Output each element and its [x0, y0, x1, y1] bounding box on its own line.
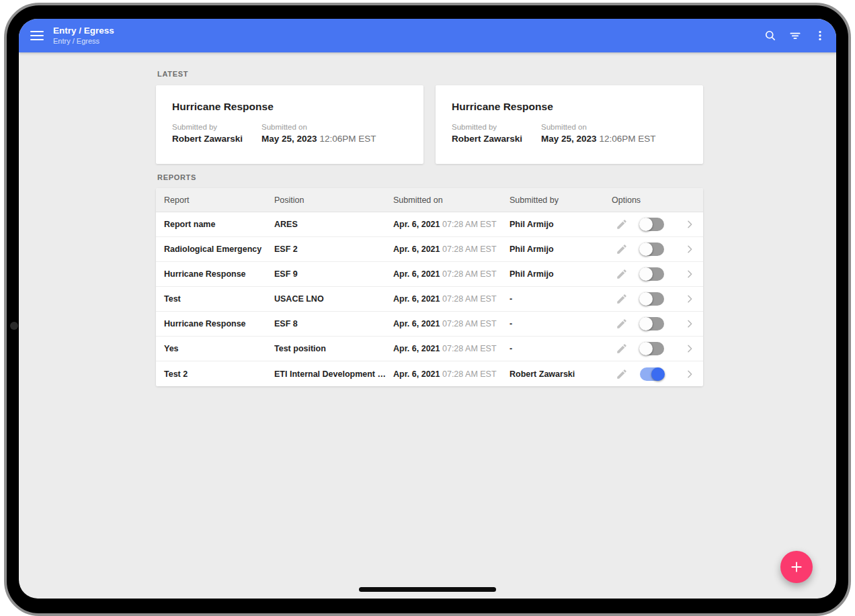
report-cell: Radiological Emergency	[156, 245, 274, 254]
report-cell: Test 2	[156, 369, 274, 379]
submitted-on-cell: Apr. 6, 2021 07:28 AM EST	[393, 294, 510, 304]
front-camera	[10, 322, 18, 330]
card-title: Hurricane Response	[172, 101, 407, 113]
toggle-knob	[639, 317, 653, 331]
position-cell: Test position	[274, 344, 393, 353]
edit-icon[interactable]	[616, 243, 628, 255]
page-title: Entry / Egress	[53, 26, 114, 36]
latest-section-label: LATEST	[157, 70, 703, 78]
app-bar-actions	[762, 28, 828, 44]
submitted-on-cell: Apr. 6, 2021 07:28 AM EST	[393, 344, 510, 353]
submitted-on-cell: Apr. 6, 2021 07:28 AM EST	[393, 319, 510, 328]
app-bar: Entry / Egress Entry / Egress	[19, 19, 836, 52]
table-row[interactable]: Yes Test position Apr. 6, 2021 07:28 AM …	[156, 337, 703, 361]
search-icon[interactable]	[762, 28, 778, 44]
submitted-on-cell: Apr. 6, 2021 07:28 AM EST	[393, 269, 510, 279]
reports-table: Report Position Submitted on Submitted b…	[156, 188, 703, 386]
submitted-by-cell: Phil Armijo	[510, 220, 612, 229]
header-submitted-on: Submitted on	[393, 195, 510, 205]
table-row[interactable]: Hurricane Response ESF 9 Apr. 6, 2021 07…	[156, 262, 703, 287]
submitted-by-cell: Phil Armijo	[510, 245, 612, 254]
table-header-row: Report Position Submitted on Submitted b…	[156, 188, 703, 212]
submitted-on-label: Submitted on	[541, 123, 655, 131]
submitted-by-label: Submitted by	[172, 123, 243, 131]
report-cell: Yes	[156, 344, 274, 353]
submitted-by-field: Submitted by Robert Zawarski	[452, 123, 522, 144]
submitted-on-cell: Apr. 6, 2021 07:28 AM EST	[393, 369, 510, 379]
report-cell: Hurricane Response	[156, 319, 274, 328]
report-cell: Test	[156, 294, 274, 304]
latest-card[interactable]: Hurricane Response Submitted by Robert Z…	[156, 85, 423, 164]
main-content: LATEST Hurricane Response Submitted by R…	[156, 52, 703, 386]
edit-icon[interactable]	[616, 368, 628, 380]
reports-section-label: REPORTS	[157, 173, 703, 181]
toggle-switch[interactable]	[640, 317, 664, 331]
toggle-switch[interactable]	[640, 267, 664, 281]
chevron-right-icon[interactable]	[684, 269, 695, 279]
toggle-switch[interactable]	[640, 218, 664, 231]
submitted-by-cell: -	[510, 294, 612, 304]
edit-icon[interactable]	[616, 293, 628, 305]
toggle-knob	[639, 243, 653, 256]
plus-icon	[790, 560, 803, 574]
table-body: Report name ARES Apr. 6, 2021 07:28 AM E…	[156, 212, 703, 386]
chevron-right-icon[interactable]	[684, 343, 695, 354]
options-cell	[612, 243, 703, 256]
more-vert-icon[interactable]	[812, 28, 828, 44]
options-cell	[612, 292, 703, 306]
chevron-right-icon[interactable]	[684, 244, 695, 255]
table-row[interactable]: Test USACE LNO Apr. 6, 2021 07:28 AM EST…	[156, 287, 703, 312]
toggle-switch[interactable]	[640, 292, 664, 306]
table-row[interactable]: Hurricane Response ESF 8 Apr. 6, 2021 07…	[156, 312, 703, 337]
position-cell: USACE LNO	[274, 294, 393, 304]
submitted-on-field: Submitted on May 25, 2023 12:06PM EST	[541, 123, 655, 144]
edit-icon[interactable]	[616, 268, 628, 280]
submitted-by-value: Robert Zawarski	[452, 134, 522, 144]
options-cell	[612, 317, 703, 331]
edit-icon[interactable]	[616, 343, 628, 355]
toggle-switch[interactable]	[640, 342, 664, 355]
submitted-by-label: Submitted by	[452, 123, 522, 131]
position-cell: ARES	[274, 220, 393, 229]
app-screen: Entry / Egress Entry / Egress	[19, 19, 836, 599]
submitted-by-cell: Robert Zawarski	[510, 369, 612, 379]
submitted-on-label: Submitted on	[261, 123, 376, 131]
table-row[interactable]: Test 2 ETI Internal Development P... Apr…	[156, 361, 703, 386]
home-indicator[interactable]	[359, 587, 496, 592]
header-options: Options	[612, 195, 703, 205]
submitted-by-value: Robert Zawarski	[172, 134, 243, 144]
header-submitted-by: Submitted by	[510, 195, 612, 205]
toggle-switch[interactable]	[640, 367, 664, 381]
table-row[interactable]: Radiological Emergency ESF 2 Apr. 6, 202…	[156, 237, 703, 262]
options-cell	[612, 267, 703, 281]
position-cell: ESF 2	[274, 245, 393, 254]
edit-icon[interactable]	[616, 318, 628, 330]
page-subtitle: Entry / Egress	[53, 37, 114, 46]
filter-icon[interactable]	[787, 28, 803, 44]
submitted-by-cell: Phil Armijo	[510, 269, 612, 279]
submitted-on-value: May 25, 2023 12:06PM EST	[541, 134, 655, 144]
toggle-knob	[639, 218, 653, 231]
toggle-knob	[651, 367, 665, 381]
latest-card[interactable]: Hurricane Response Submitted by Robert Z…	[436, 85, 703, 164]
chevron-right-icon[interactable]	[684, 318, 695, 329]
toggle-knob	[639, 342, 653, 355]
table-row[interactable]: Report name ARES Apr. 6, 2021 07:28 AM E…	[156, 212, 703, 237]
report-cell: Hurricane Response	[156, 269, 274, 279]
position-cell: ETI Internal Development P...	[274, 369, 393, 379]
chevron-right-icon[interactable]	[684, 219, 695, 230]
toggle-knob	[639, 292, 653, 306]
submitted-on-field: Submitted on May 25, 2023 12:06PM EST	[261, 123, 376, 144]
menu-icon[interactable]	[30, 31, 44, 40]
edit-icon[interactable]	[616, 218, 628, 230]
card-title: Hurricane Response	[452, 101, 687, 113]
app-bar-titles: Entry / Egress Entry / Egress	[53, 26, 114, 45]
chevron-right-icon[interactable]	[684, 369, 695, 380]
chevron-right-icon[interactable]	[684, 294, 695, 304]
report-cell: Report name	[156, 220, 274, 229]
toggle-knob	[639, 267, 653, 281]
submitted-on-cell: Apr. 6, 2021 07:28 AM EST	[393, 220, 510, 229]
position-cell: ESF 9	[274, 269, 393, 279]
toggle-switch[interactable]	[640, 243, 664, 256]
add-button[interactable]	[780, 551, 813, 583]
